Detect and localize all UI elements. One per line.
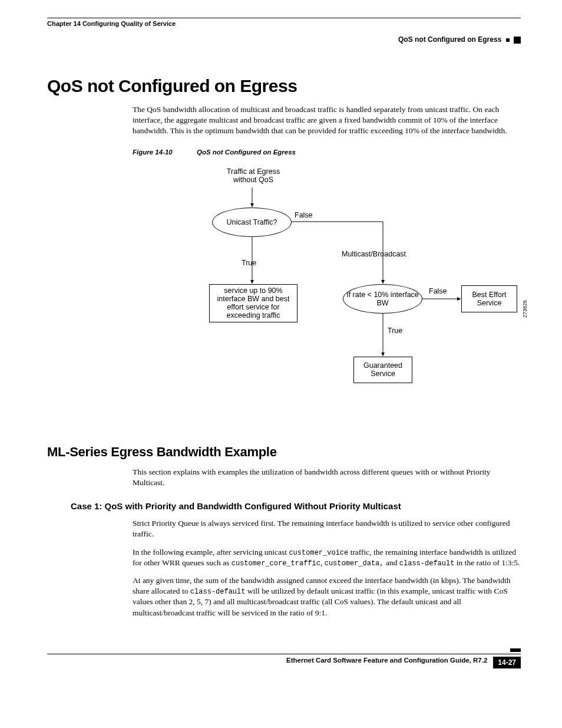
flow-decision-unicast: Unicast Traffic? — [212, 207, 292, 237]
flow-box-best-effort: Best Effort Service — [461, 285, 517, 312]
flow-start-label: Traffic at Egress without QoS — [221, 167, 286, 184]
paragraph-case1-b: In the following example, after servicin… — [133, 547, 521, 568]
section-header-text: QoS not Configured on Egress — [398, 35, 501, 44]
heading-qos-not-configured: QoS not Configured on Egress — [47, 76, 521, 96]
flow-mcast-label: Multicast/Broadcast — [342, 250, 406, 258]
footer-mark-icon — [510, 648, 521, 652]
footer: Ethernet Card Software Feature and Confi… — [47, 654, 521, 668]
text-fragment: In the following example, after servicin… — [133, 548, 289, 556]
figure-title: QoS not Configured on Egress — [197, 149, 296, 156]
text-fragment: in the ratio of 1:3:5. — [454, 558, 520, 567]
flow-decision-rate: If rate < 10% interface BW — [343, 284, 422, 314]
code-customer-voice: customer_voice — [289, 549, 348, 557]
flow-box-guaranteed: Guaranteed Service — [353, 357, 412, 383]
figure-number: Figure 14-10 — [133, 149, 173, 156]
flowchart-diagram: Traffic at Egress without QoS Unicast Tr… — [165, 167, 518, 421]
section-header: QoS not Configured on Egress — [47, 35, 521, 44]
code-customer-core: customer_core_traffic — [232, 559, 320, 568]
footer-page-number: 14-27 — [493, 657, 521, 668]
footer-title: Ethernet Card Software Feature and Confi… — [47, 657, 487, 664]
paragraph-ml-intro: This section explains with examples the … — [133, 467, 521, 488]
figure-id: 273826 — [522, 300, 528, 318]
section-marker-icon — [506, 38, 510, 42]
heading-ml-series-example: ML-Series Egress Bandwidth Example — [47, 444, 521, 460]
code-customer-data: customer_data, — [325, 559, 384, 568]
flow-false-label-2: False — [429, 287, 447, 295]
code-class-default-2: class-default — [190, 588, 246, 596]
heading-case-1: Case 1: QoS with Priority and Bandwidth … — [71, 501, 521, 511]
text-fragment: and — [384, 558, 399, 567]
code-class-default: class-default — [399, 559, 455, 568]
figure-caption: Figure 14-10 QoS not Configured on Egres… — [133, 149, 521, 156]
text-fragment: , — [320, 558, 325, 567]
paragraph-intro: The QoS bandwidth allocation of multicas… — [133, 104, 521, 137]
paragraph-case1-c: At any given time, the sum of the bandwi… — [133, 575, 521, 618]
paragraph-case1-a: Strict Priority Queue is always serviced… — [133, 518, 521, 539]
flow-true-label-2: True — [388, 327, 402, 335]
flow-true-label-1: True — [242, 259, 256, 267]
chapter-header: Chapter 14 Configuring Quality of Servic… — [47, 20, 521, 27]
section-marker-icon — [514, 37, 521, 44]
flow-false-label-1: False — [295, 211, 313, 219]
flow-box-service-90: service up to 90% interface BW and best … — [209, 284, 297, 322]
